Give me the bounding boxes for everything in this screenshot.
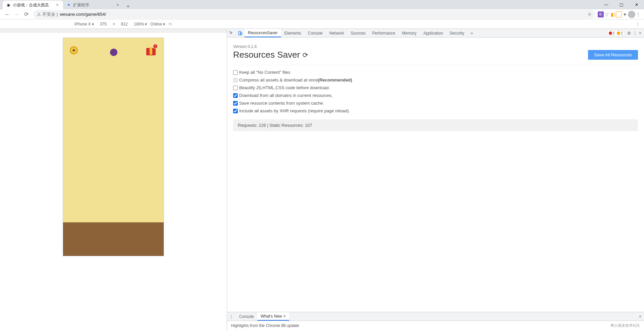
checkbox-beautify[interactable] (233, 86, 238, 90)
save-all-resources-button[interactable]: Save All Resources (588, 50, 638, 60)
browser-tab-1[interactable]: ✦ 扩展程序 × (63, 1, 123, 9)
opt-label: Keep all "No Content" files (239, 70, 290, 75)
error-warning-badge[interactable]: 2 2 (606, 31, 625, 36)
opt-beautify[interactable]: Beautify JS,HTML,CSS code before downloa… (233, 85, 638, 90)
checkbox-xhr[interactable] (233, 109, 238, 113)
tab-title: 扩展程序 (73, 2, 115, 8)
devtools-tab-elements[interactable]: Elements (281, 29, 305, 37)
drawer-tab-console[interactable]: Console (236, 312, 257, 321)
devtools-tab-security[interactable]: Security (446, 29, 468, 37)
devtools-settings-icon[interactable]: ⚙ (627, 31, 631, 36)
checkbox-all-domains[interactable] (233, 93, 238, 98)
device-select[interactable]: iPhone X ▾ (74, 22, 94, 26)
security-status[interactable]: ⚠ 不安全 | (37, 11, 58, 17)
forward-button[interactable]: → (12, 10, 21, 19)
devtools-menu-icon[interactable]: ⋮ (633, 31, 637, 36)
devtools-tab-memory[interactable]: Memory (399, 29, 420, 37)
chevron-down-icon: ▾ (163, 22, 165, 26)
checkbox-keep-nocontent[interactable] (233, 70, 238, 75)
opt-label: Compress all assets & download at once (239, 77, 318, 82)
bookmark-star-icon[interactable]: ☆ (588, 12, 592, 17)
device-toolbar: iPhone X ▾ × 100% ▾ Online ▾ ⟲ ⋮ (0, 19, 644, 29)
zoom-value: 100% (134, 22, 144, 26)
tab-title: 小游戏：合成大西瓜 (13, 2, 55, 8)
url-text: wesane.com/game/654/ (60, 12, 106, 17)
device-toggle-icon[interactable] (236, 29, 245, 37)
extension-icon-4[interactable] (616, 11, 622, 17)
close-icon[interactable]: × (115, 3, 120, 7)
opt-keep-nocontent[interactable]: Keep all "No Content" files (233, 70, 638, 75)
rotate-icon[interactable]: ⟲ (168, 22, 172, 26)
opt-xhr[interactable]: Include all assets by XHR requests (requ… (233, 108, 638, 113)
game-gift-icon[interactable]: ! (146, 45, 156, 55)
globe-icon: ◉ (6, 3, 11, 7)
devtools-tab-resourcessaver[interactable]: ResourcesSaver (245, 29, 281, 37)
new-tab-button[interactable]: + (123, 3, 133, 9)
chevron-down-icon: ▾ (92, 22, 94, 26)
profile-avatar-icon[interactable] (628, 11, 635, 18)
opt-label: Download from all domains in current res… (239, 93, 333, 98)
warning-icon: ⚠ (37, 12, 41, 17)
back-button[interactable]: ← (3, 10, 12, 19)
dimension-separator: × (113, 22, 115, 26)
drawer-tabs: ⋮ Console What's New × × (227, 312, 644, 321)
extension-icon-2[interactable]: ▽ (604, 11, 610, 17)
drawer-close-icon[interactable]: × (639, 314, 644, 319)
opt-compress[interactable]: Compress all assets & download at once (… (233, 77, 638, 82)
close-window-button[interactable]: ✕ (629, 0, 644, 9)
gift-badge: ! (153, 44, 158, 49)
opt-system-cache[interactable]: Save resource contents from system cache… (233, 101, 638, 106)
devtools-tab-performance[interactable]: Performance (369, 29, 399, 37)
close-icon[interactable]: × (283, 314, 286, 319)
throttle-select[interactable]: Online ▾ (150, 22, 165, 26)
opt-recommended: (Recommended) (318, 77, 352, 82)
drawer-body: Highlights from the Chrome 88 update 稀土掘… (227, 321, 644, 330)
close-icon[interactable]: × (55, 3, 60, 7)
drawer-tab-label: What's New (261, 314, 282, 319)
devtools-tab-sources[interactable]: Sources (347, 29, 369, 37)
security-text: 不安全 (42, 11, 55, 17)
devtools-tab-network[interactable]: Network (326, 29, 347, 37)
opt-label: Beautify JS,HTML,CSS code before downloa… (239, 85, 330, 90)
extension-icon-1[interactable]: IE (598, 11, 604, 17)
devtools-pane: ResourcesSaver Elements Console Network … (227, 29, 644, 330)
watermark: 稀土掘金技术社区 (610, 323, 640, 328)
opt-all-domains[interactable]: Download from all domains in current res… (233, 93, 638, 98)
zoom-select[interactable]: 100% ▾ (134, 22, 147, 26)
minimize-button[interactable]: — (599, 0, 614, 9)
warning-count: 2 (621, 31, 623, 35)
opt-label: Save resource contents from system cache… (239, 101, 324, 106)
devtools-tab-application[interactable]: Application (420, 29, 446, 37)
whatsnew-highlight: Highlights from the Chrome 88 update (231, 323, 299, 328)
height-input[interactable] (118, 22, 130, 26)
extensions-menu-icon[interactable]: ✦ (622, 11, 628, 17)
address-field[interactable]: ⚠ 不安全 | wesane.com/game/654/ ☆ (34, 10, 595, 19)
width-input[interactable] (97, 22, 109, 26)
resourcessaver-panel: Version 0.1.8 Resources Saver ⟳ Save All… (227, 38, 644, 312)
reload-button[interactable]: ⟳ (21, 10, 31, 19)
devtools-close-icon[interactable]: × (639, 31, 641, 36)
panel-title: Resources Saver ⟳ (233, 50, 308, 60)
window-controls: — ▢ ✕ (599, 0, 644, 9)
checkbox-compress[interactable] (233, 78, 238, 82)
inspect-element-icon[interactable] (227, 29, 236, 37)
puzzle-icon: ✦ (66, 3, 71, 7)
browser-tab-0[interactable]: ◉ 小游戏：合成大西瓜 × (3, 1, 63, 9)
checkbox-system-cache[interactable] (233, 101, 238, 106)
devtools-tab-console[interactable]: Console (305, 29, 326, 37)
drawer-tab-whatsnew[interactable]: What's New × (257, 312, 289, 321)
maximize-button[interactable]: ▢ (614, 0, 629, 9)
devtools-drawer: ⋮ Console What's New × × Highlights from… (227, 312, 644, 330)
extension-icon-3[interactable]: ◧ (610, 11, 616, 17)
drawer-menu-icon[interactable]: ⋮ (227, 312, 236, 321)
game-canvas[interactable]: ! (63, 38, 164, 256)
chrome-menu-icon[interactable]: ⋮ (635, 11, 641, 17)
svg-rect-0 (238, 32, 241, 35)
refresh-icon[interactable]: ⟳ (303, 51, 308, 59)
more-tabs-icon[interactable]: » (468, 29, 476, 37)
device-more-button[interactable]: ⋮ (636, 22, 640, 26)
game-fruit (110, 49, 117, 56)
panel-title-text: Resources Saver (233, 50, 300, 60)
game-score-icon (70, 46, 78, 54)
device-name: iPhone X (74, 22, 91, 26)
